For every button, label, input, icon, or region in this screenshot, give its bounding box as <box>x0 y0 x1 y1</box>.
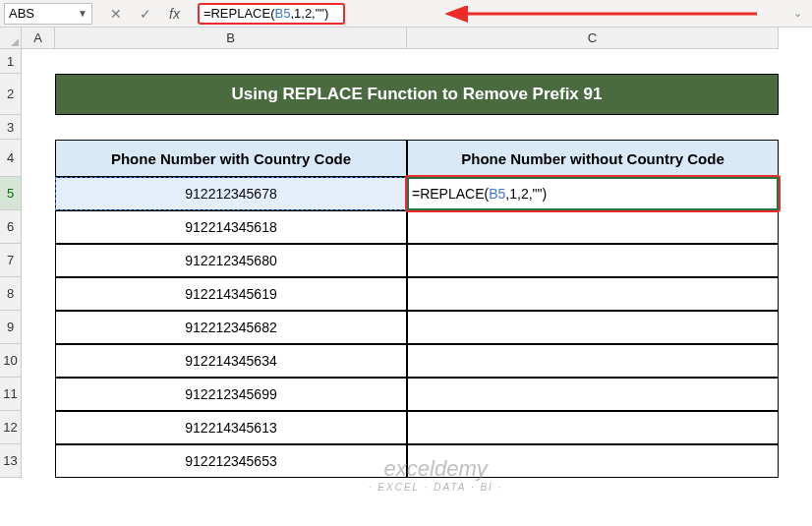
enter-icon[interactable]: ✓ <box>140 6 151 22</box>
c5-formula-prefix: =REPLACE( <box>412 186 489 202</box>
row-header-3[interactable]: 3 <box>0 115 22 140</box>
cell-C7[interactable] <box>407 244 779 277</box>
fx-icon[interactable]: fx <box>169 6 180 22</box>
cell-B9[interactable]: 912212345682 <box>55 311 407 344</box>
row-header-10[interactable]: 10 <box>0 344 22 378</box>
cell-B12[interactable]: 912214345613 <box>55 411 407 444</box>
formula-text-prefix: =REPLACE( <box>203 6 275 21</box>
cell-C5[interactable]: =REPLACE(B5,1,2,"") <box>407 177 779 210</box>
row-header-5[interactable]: 5 <box>0 177 22 210</box>
name-box-value: ABS <box>9 6 34 21</box>
expand-formula-bar-icon[interactable]: ⌄ <box>793 7 808 20</box>
cell-B10[interactable]: 912214345634 <box>55 344 407 378</box>
watermark-line2: · EXCEL · DATA · BI · <box>369 482 503 493</box>
header-cell-B4[interactable]: Phone Number with Country Code <box>55 140 407 177</box>
row-header-1[interactable]: 1 <box>0 49 22 74</box>
cell-B11[interactable]: 912212345699 <box>55 378 407 411</box>
chevron-down-icon[interactable]: ▼ <box>78 8 87 19</box>
title-text: Using REPLACE Function to Remove Prefix … <box>232 85 603 104</box>
cell-B6[interactable]: 912214345618 <box>55 210 407 244</box>
row-header-8[interactable]: 8 <box>0 277 22 311</box>
col-header-A[interactable]: A <box>22 28 55 49</box>
c5-formula-ref: B5 <box>489 186 505 202</box>
row-header-12[interactable]: 12 <box>0 411 22 444</box>
cancel-icon[interactable]: ✕ <box>110 6 122 22</box>
header-C-text: Phone Number without Country Code <box>461 150 725 167</box>
cell-C11[interactable] <box>407 378 779 411</box>
row-header-6[interactable]: 6 <box>0 210 22 244</box>
col-header-B[interactable]: B <box>55 28 407 49</box>
title-cell[interactable]: Using REPLACE Function to Remove Prefix … <box>55 74 779 115</box>
formula-text-suffix: ,1,2,"") <box>290 6 328 21</box>
cell-B5[interactable]: 912212345678 <box>55 177 407 210</box>
cell-C8[interactable] <box>407 277 779 311</box>
row-header-13[interactable]: 13 <box>0 444 22 478</box>
watermark-line1: exceldemy <box>384 456 488 482</box>
formula-input[interactable]: =REPLACE(B5,1,2,"") <box>198 3 345 25</box>
row-header-7[interactable]: 7 <box>0 244 22 277</box>
col-header-C[interactable]: C <box>407 28 779 49</box>
cell-B7[interactable]: 912212345680 <box>55 244 407 277</box>
c5-formula-suffix: ,1,2,"") <box>505 186 547 202</box>
header-B-text: Phone Number with Country Code <box>111 150 351 167</box>
select-all-corner[interactable] <box>0 28 22 49</box>
header-cell-C4[interactable]: Phone Number without Country Code <box>407 140 779 177</box>
row-header-11[interactable]: 11 <box>0 378 22 411</box>
row-header-2[interactable]: 2 <box>0 74 22 115</box>
column-headers: A B C <box>22 28 812 49</box>
formula-bar: ABS ▼ ✕ ✓ fx =REPLACE(B5,1,2,"") ⌄ <box>0 0 812 28</box>
cell-C10[interactable] <box>407 344 779 378</box>
name-box[interactable]: ABS ▼ <box>4 3 92 25</box>
cell-C6[interactable] <box>407 210 779 244</box>
row-header-9[interactable]: 9 <box>0 311 22 344</box>
formula-bar-icons: ✕ ✓ fx <box>110 6 180 22</box>
cell-C12[interactable] <box>407 411 779 444</box>
watermark: exceldemy · EXCEL · DATA · BI · <box>369 456 503 493</box>
formula-text-ref: B5 <box>275 6 291 21</box>
cell-B8[interactable]: 912214345619 <box>55 277 407 311</box>
cell-B13[interactable]: 912212345653 <box>55 444 407 478</box>
cell-C9[interactable] <box>407 311 779 344</box>
spreadsheet-grid: 1 2 3 4 5 6 7 8 9 10 11 12 13 A B C Usin… <box>0 28 812 526</box>
row-header-4[interactable]: 4 <box>0 140 22 177</box>
